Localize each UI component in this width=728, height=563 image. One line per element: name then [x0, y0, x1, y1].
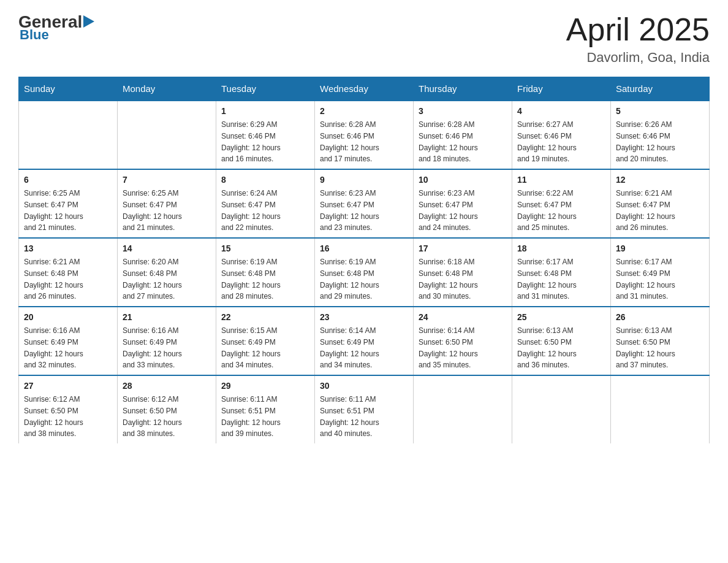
- day-info: Sunrise: 6:28 AM Sunset: 6:46 PM Dayligh…: [419, 120, 478, 163]
- calendar-header-friday: Friday: [512, 77, 611, 101]
- day-info: Sunrise: 6:16 AM Sunset: 6:49 PM Dayligh…: [24, 326, 83, 369]
- day-number: 27: [24, 380, 112, 393]
- calendar-table: SundayMondayTuesdayWednesdayThursdayFrid…: [18, 77, 710, 443]
- day-number: 4: [517, 105, 605, 118]
- calendar-week-row: 27Sunrise: 6:12 AM Sunset: 6:50 PM Dayli…: [19, 375, 710, 443]
- day-info: Sunrise: 6:14 AM Sunset: 6:49 PM Dayligh…: [320, 326, 379, 369]
- calendar-day-cell: 18Sunrise: 6:17 AM Sunset: 6:48 PM Dayli…: [512, 238, 611, 307]
- day-info: Sunrise: 6:22 AM Sunset: 6:47 PM Dayligh…: [517, 189, 577, 232]
- logo: General Blue: [18, 12, 96, 43]
- calendar-day-cell: 25Sunrise: 6:13 AM Sunset: 6:50 PM Dayli…: [512, 307, 611, 375]
- calendar-day-cell: 10Sunrise: 6:23 AM Sunset: 6:47 PM Dayli…: [414, 169, 512, 238]
- calendar-header-wednesday: Wednesday: [315, 77, 414, 101]
- day-number: 14: [123, 242, 211, 255]
- day-info: Sunrise: 6:15 AM Sunset: 6:49 PM Dayligh…: [221, 326, 281, 369]
- calendar-day-cell: 23Sunrise: 6:14 AM Sunset: 6:49 PM Dayli…: [315, 307, 414, 375]
- calendar-header-tuesday: Tuesday: [216, 77, 315, 101]
- header: General Blue April 2025 Davorlim, Goa, I…: [18, 12, 710, 66]
- calendar-day-cell: 13Sunrise: 6:21 AM Sunset: 6:48 PM Dayli…: [19, 238, 118, 307]
- day-info: Sunrise: 6:14 AM Sunset: 6:50 PM Dayligh…: [419, 326, 478, 369]
- calendar-day-cell: 9Sunrise: 6:23 AM Sunset: 6:47 PM Daylig…: [315, 169, 414, 238]
- day-number: 22: [221, 311, 309, 324]
- day-info: Sunrise: 6:17 AM Sunset: 6:49 PM Dayligh…: [616, 258, 675, 301]
- day-info: Sunrise: 6:23 AM Sunset: 6:47 PM Dayligh…: [419, 189, 478, 232]
- calendar-header-sunday: Sunday: [19, 77, 118, 101]
- calendar-day-cell: 27Sunrise: 6:12 AM Sunset: 6:50 PM Dayli…: [19, 375, 118, 443]
- day-info: Sunrise: 6:13 AM Sunset: 6:50 PM Dayligh…: [616, 326, 675, 369]
- calendar-day-cell: 22Sunrise: 6:15 AM Sunset: 6:49 PM Dayli…: [216, 307, 315, 375]
- logo-blue-text: Blue: [20, 27, 49, 42]
- day-number: 20: [24, 311, 112, 324]
- calendar-day-cell: 30Sunrise: 6:11 AM Sunset: 6:51 PM Dayli…: [315, 375, 414, 443]
- day-info: Sunrise: 6:11 AM Sunset: 6:51 PM Dayligh…: [320, 395, 379, 438]
- month-title: April 2025: [566, 12, 710, 47]
- calendar-day-cell: 19Sunrise: 6:17 AM Sunset: 6:49 PM Dayli…: [611, 238, 710, 307]
- day-number: 7: [123, 174, 211, 186]
- day-number: 19: [616, 242, 704, 255]
- calendar-day-cell: 16Sunrise: 6:19 AM Sunset: 6:48 PM Dayli…: [315, 238, 414, 307]
- calendar-day-cell: 5Sunrise: 6:26 AM Sunset: 6:46 PM Daylig…: [611, 101, 710, 169]
- calendar-empty-cell: [118, 101, 216, 169]
- day-info: Sunrise: 6:27 AM Sunset: 6:46 PM Dayligh…: [517, 120, 577, 163]
- day-number: 10: [419, 174, 507, 186]
- calendar-day-cell: 12Sunrise: 6:21 AM Sunset: 6:47 PM Dayli…: [611, 169, 710, 238]
- day-number: 28: [123, 380, 211, 393]
- calendar-empty-cell: [414, 375, 512, 443]
- day-number: 5: [616, 105, 704, 118]
- day-number: 30: [320, 380, 408, 393]
- calendar-week-row: 20Sunrise: 6:16 AM Sunset: 6:49 PM Dayli…: [19, 307, 710, 375]
- svg-marker-0: [83, 15, 94, 28]
- day-number: 12: [616, 174, 704, 186]
- day-number: 29: [221, 380, 309, 393]
- day-info: Sunrise: 6:21 AM Sunset: 6:47 PM Dayligh…: [616, 189, 675, 232]
- day-info: Sunrise: 6:23 AM Sunset: 6:47 PM Dayligh…: [320, 189, 379, 232]
- calendar-day-cell: 1Sunrise: 6:29 AM Sunset: 6:46 PM Daylig…: [216, 101, 315, 169]
- calendar-empty-cell: [19, 101, 118, 169]
- calendar-empty-cell: [512, 375, 611, 443]
- calendar-header-monday: Monday: [118, 77, 216, 101]
- calendar-day-cell: 4Sunrise: 6:27 AM Sunset: 6:46 PM Daylig…: [512, 101, 611, 169]
- day-info: Sunrise: 6:19 AM Sunset: 6:48 PM Dayligh…: [221, 258, 281, 301]
- day-number: 26: [616, 311, 704, 324]
- day-number: 21: [123, 311, 211, 324]
- title-area: April 2025 Davorlim, Goa, India: [566, 12, 710, 66]
- day-info: Sunrise: 6:18 AM Sunset: 6:48 PM Dayligh…: [419, 258, 478, 301]
- day-number: 13: [24, 242, 112, 255]
- day-info: Sunrise: 6:17 AM Sunset: 6:48 PM Dayligh…: [517, 258, 577, 301]
- day-number: 15: [221, 242, 309, 255]
- calendar-day-cell: 2Sunrise: 6:28 AM Sunset: 6:46 PM Daylig…: [315, 101, 414, 169]
- calendar-day-cell: 26Sunrise: 6:13 AM Sunset: 6:50 PM Dayli…: [611, 307, 710, 375]
- calendar-day-cell: 8Sunrise: 6:24 AM Sunset: 6:47 PM Daylig…: [216, 169, 315, 238]
- calendar-week-row: 13Sunrise: 6:21 AM Sunset: 6:48 PM Dayli…: [19, 238, 710, 307]
- day-number: 18: [517, 242, 605, 255]
- calendar-day-cell: 14Sunrise: 6:20 AM Sunset: 6:48 PM Dayli…: [118, 238, 216, 307]
- calendar-day-cell: 20Sunrise: 6:16 AM Sunset: 6:49 PM Dayli…: [19, 307, 118, 375]
- calendar-week-row: 1Sunrise: 6:29 AM Sunset: 6:46 PM Daylig…: [19, 101, 710, 169]
- day-info: Sunrise: 6:19 AM Sunset: 6:48 PM Dayligh…: [320, 258, 379, 301]
- day-info: Sunrise: 6:28 AM Sunset: 6:46 PM Dayligh…: [320, 120, 379, 163]
- day-info: Sunrise: 6:12 AM Sunset: 6:50 PM Dayligh…: [24, 395, 83, 438]
- day-info: Sunrise: 6:21 AM Sunset: 6:48 PM Dayligh…: [24, 258, 83, 301]
- calendar-day-cell: 29Sunrise: 6:11 AM Sunset: 6:51 PM Dayli…: [216, 375, 315, 443]
- day-info: Sunrise: 6:25 AM Sunset: 6:47 PM Dayligh…: [24, 189, 83, 232]
- calendar-header-row: SundayMondayTuesdayWednesdayThursdayFrid…: [19, 77, 710, 101]
- day-number: 23: [320, 311, 408, 324]
- day-info: Sunrise: 6:12 AM Sunset: 6:50 PM Dayligh…: [123, 395, 182, 438]
- calendar-day-cell: 24Sunrise: 6:14 AM Sunset: 6:50 PM Dayli…: [414, 307, 512, 375]
- calendar-day-cell: 28Sunrise: 6:12 AM Sunset: 6:50 PM Dayli…: [118, 375, 216, 443]
- day-info: Sunrise: 6:24 AM Sunset: 6:47 PM Dayligh…: [221, 189, 281, 232]
- location-title: Davorlim, Goa, India: [566, 50, 710, 66]
- calendar-day-cell: 15Sunrise: 6:19 AM Sunset: 6:48 PM Dayli…: [216, 238, 315, 307]
- day-number: 24: [419, 311, 507, 324]
- day-info: Sunrise: 6:25 AM Sunset: 6:47 PM Dayligh…: [123, 189, 182, 232]
- day-number: 25: [517, 311, 605, 324]
- day-info: Sunrise: 6:11 AM Sunset: 6:51 PM Dayligh…: [221, 395, 281, 438]
- calendar-header-thursday: Thursday: [414, 77, 512, 101]
- day-number: 9: [320, 174, 408, 186]
- calendar-empty-cell: [611, 375, 710, 443]
- calendar-day-cell: 6Sunrise: 6:25 AM Sunset: 6:47 PM Daylig…: [19, 169, 118, 238]
- day-number: 16: [320, 242, 408, 255]
- day-info: Sunrise: 6:20 AM Sunset: 6:48 PM Dayligh…: [123, 258, 182, 301]
- day-number: 17: [419, 242, 507, 255]
- calendar-header-saturday: Saturday: [611, 77, 710, 101]
